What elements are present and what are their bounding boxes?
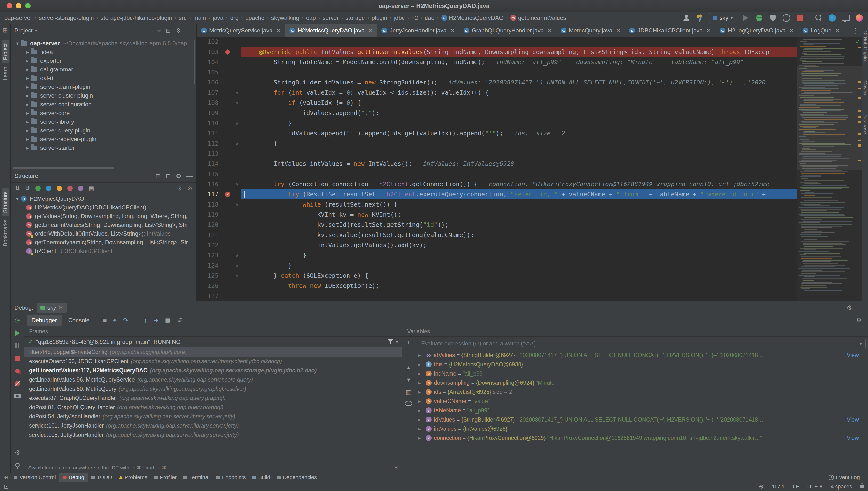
chevron-right-icon[interactable]: ▸ — [24, 66, 31, 73]
structure-member[interactable]: mgetLinearIntValues(String, Downsampling… — [11, 221, 196, 229]
code-text[interactable]: StringBuilder idValues = new StringBuild… — [241, 78, 862, 88]
code-text[interactable]: intValues.getValues().add(kv); — [241, 240, 862, 250]
warning-stripe-mark[interactable] — [858, 111, 861, 112]
chevron-right-icon[interactable]: ▸ — [24, 102, 31, 107]
structure-member[interactable]: mgetThermodynamic(String, Downsampling, … — [11, 238, 196, 247]
code-line[interactable]: 108∨ if (valueIdx != 0) { — [197, 98, 862, 108]
fold-marker[interactable] — [233, 291, 241, 301]
show-classes-icon[interactable] — [35, 186, 41, 191]
gutter-icon-slot[interactable] — [222, 281, 233, 291]
close-icon[interactable]: ✕ — [58, 304, 63, 311]
hide-panel-icon[interactable]: — — [186, 27, 193, 34]
search-everywhere-icon[interactable] — [814, 13, 823, 22]
code-area[interactable]: 102103 @Override public IntValues getLin… — [197, 37, 862, 301]
zoom-button[interactable] — [25, 3, 30, 8]
gutter-icon-slot[interactable] — [222, 78, 233, 88]
view-link[interactable]: View — [847, 435, 865, 441]
run-button[interactable] — [741, 13, 750, 22]
variable-row[interactable]: ▸vintValues = {IntValues@6928} — [415, 424, 868, 433]
sidebar-item-database[interactable]: Database — [862, 111, 868, 137]
collapse-all-icon[interactable]: ⊟ — [166, 172, 171, 180]
fold-marker[interactable] — [233, 210, 241, 220]
code-text[interactable]: @Override public IntValues getLinearIntV… — [241, 47, 862, 57]
evaluate-expression-input[interactable]: Evaluate expression (↵) or add a watch (… — [417, 338, 866, 349]
gutter-icon-slot[interactable] — [222, 250, 233, 261]
project-tree-item[interactable]: ▸server-receiver-plugin — [11, 135, 196, 144]
code-text[interactable] — [241, 67, 862, 78]
code-text[interactable]: } — [241, 139, 862, 149]
network-icon[interactable]: ⊕ — [759, 484, 763, 490]
gutter-icon-slot[interactable] — [222, 108, 233, 118]
structure-member[interactable]: morderWithDefault0(IntValues, List<Strin… — [11, 229, 196, 238]
fold-marker[interactable] — [233, 47, 241, 57]
structure-member[interactable]: mgetValues(String, Downsampling, long, l… — [11, 212, 196, 221]
breadcrumb-item[interactable]: h2 — [411, 15, 418, 21]
inspections-ok-icon[interactable]: ✓ — [856, 38, 860, 45]
expand-all-icon[interactable]: ⊞ — [155, 172, 161, 180]
chevron-right-icon[interactable]: ▸ — [24, 93, 31, 98]
chevron-right-icon[interactable]: ▸ — [24, 145, 31, 151]
project-tree-scrollbar[interactable] — [194, 40, 196, 84]
gutter-icon-slot[interactable] — [222, 88, 233, 98]
tab-metricquery-java[interactable]: CMetricQuery.java✕ — [556, 24, 625, 37]
locate-file-icon[interactable]: ⌖ — [157, 27, 161, 34]
close-icon[interactable]: ✕ — [368, 28, 373, 33]
breadcrumb-item[interactable]: skywalking — [271, 15, 299, 21]
show-lambdas-icon[interactable] — [78, 186, 83, 191]
code-line[interactable]: 105 — [197, 67, 862, 78]
code-text[interactable]: kv.setValue(resultSet.getLong(valueCName… — [241, 230, 862, 240]
fold-marker[interactable]: ∨ — [233, 179, 241, 189]
toolwindow-profiler[interactable]: Profiler — [151, 473, 180, 482]
variable-row[interactable]: ▸vtableName = "all_p99" — [415, 406, 868, 415]
chevron-up-icon[interactable]: ▴ — [407, 364, 410, 371]
breadcrumb-item[interactable]: oap-server — [4, 15, 32, 21]
code-text[interactable]: String tableName = ModelName.build(downs… — [241, 57, 862, 67]
gutter-icon-slot[interactable] — [222, 67, 233, 78]
fold-marker[interactable] — [233, 169, 241, 179]
stack-frame[interactable]: filter:445, Logger$PrivateConfig(org.apa… — [24, 347, 402, 357]
run-configuration-selector[interactable]: sky ▾ — [709, 13, 736, 23]
project-tree-item[interactable]: ▸server-cluster-plugin — [11, 91, 196, 100]
build-project-icon[interactable] — [696, 13, 704, 22]
warning-stripe-mark[interactable] — [858, 116, 861, 118]
project-tree-item[interactable]: ▸oal-grammar — [11, 65, 196, 74]
fold-marker[interactable] — [233, 108, 241, 118]
code-line[interactable]: 122 intValues.getValues().add(kv); — [197, 240, 862, 250]
tab-h2logquerydao-java[interactable]: CH2LogQueryDAO.java✕ — [715, 24, 798, 37]
code-text[interactable]: if (valueIdx != 0) { — [241, 98, 862, 108]
close-button[interactable] — [7, 3, 12, 8]
code-text[interactable]: try (ResultSet resultSet = h2Client.exec… — [241, 189, 862, 200]
debug-gear-icon[interactable]: ⚙ — [14, 449, 21, 456]
gutter-icon-slot[interactable] — [222, 118, 233, 128]
breadcrumb-item[interactable]: plugin — [372, 15, 387, 21]
fold-marker[interactable]: ∧ — [233, 250, 241, 261]
gutter-icon-slot[interactable] — [222, 179, 233, 189]
code-text[interactable]: while (resultSet.next()) { — [241, 200, 862, 210]
code-line[interactable]: 112∧ } — [197, 139, 862, 149]
code-line[interactable]: 113 — [197, 149, 862, 159]
sidebar-item-learn[interactable]: Learn — [2, 63, 9, 84]
structure-panel-title[interactable]: Structure — [15, 173, 38, 179]
minimap[interactable]: ✓ — [797, 37, 862, 301]
stack-frame[interactable]: doPost:81, GraphQLQueryHandler(org.apach… — [24, 403, 402, 412]
fold-marker[interactable]: ∨ — [233, 88, 241, 98]
project-tree-root[interactable]: ▾oap-server~/Downloads/apache-skywalking… — [11, 39, 196, 48]
code-text[interactable] — [241, 149, 862, 159]
layout-icon[interactable]: ≡ — [103, 317, 107, 324]
breadcrumb-item[interactable]: jdbc — [394, 15, 405, 21]
breadcrumb-item[interactable]: src — [179, 15, 186, 21]
warning-stripe-mark[interactable] — [858, 81, 861, 83]
gutter-icon-slot[interactable] — [222, 37, 233, 47]
close-icon[interactable]: ✕ — [451, 28, 455, 33]
toolwindow-todo[interactable]: TODO — [88, 473, 116, 482]
breadcrumb-item[interactable]: mgetLinearIntValues — [510, 15, 566, 21]
chevron-right-icon[interactable]: ▸ — [24, 58, 31, 64]
breadcrumb-item[interactable]: storage-jdbc-hikaricp-plugin — [101, 15, 172, 21]
sidebar-item-project[interactable]: Project — [2, 40, 9, 63]
chevron-right-icon[interactable]: ▸ — [418, 408, 423, 413]
breadcrumb-item[interactable]: dao — [425, 15, 434, 21]
gutter-icon-slot[interactable] — [222, 47, 233, 57]
close-icon[interactable]: ✕ — [276, 28, 281, 33]
fold-marker[interactable] — [233, 37, 241, 47]
variable-row[interactable]: ▸∞idValues = {StringBuilder@6927} "'2020… — [415, 351, 868, 360]
